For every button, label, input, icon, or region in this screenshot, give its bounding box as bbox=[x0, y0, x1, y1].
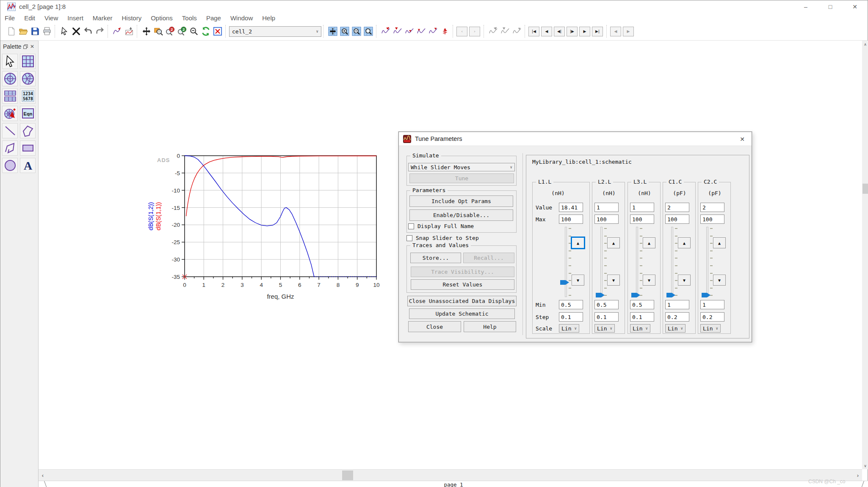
export-plot-button[interactable] bbox=[123, 25, 135, 37]
menu-file[interactable]: File bbox=[5, 14, 15, 22]
redo-button[interactable] bbox=[94, 25, 106, 37]
palette-item-circle[interactable] bbox=[2, 158, 18, 173]
dialog-close-icon[interactable]: ✕ bbox=[733, 132, 752, 146]
slider-track[interactable] bbox=[565, 227, 567, 297]
refresh-button[interactable] bbox=[200, 25, 212, 37]
simulate-mode-select[interactable]: While Slider Moves∨ bbox=[408, 163, 515, 171]
zoom-in-2x-button[interactable]: 2 bbox=[164, 25, 176, 37]
slider-down-button[interactable]: ▼ bbox=[713, 275, 726, 286]
tuner-max-input[interactable] bbox=[594, 215, 619, 224]
palette-item-select-arrow[interactable] bbox=[2, 54, 18, 69]
close-button[interactable]: ✕ bbox=[845, 0, 865, 13]
zoom-in-grid-button[interactable] bbox=[339, 25, 351, 37]
palette-item-equation[interactable]: Eqn bbox=[20, 106, 36, 121]
select-cursor-button[interactable] bbox=[58, 25, 70, 37]
tuner-value-input[interactable] bbox=[594, 203, 619, 212]
insert-trace-button[interactable] bbox=[111, 25, 123, 37]
menu-insert[interactable]: Insert bbox=[67, 14, 83, 22]
vcr-▶-button[interactable]: ▶ bbox=[623, 27, 634, 36]
tuner-max-input[interactable] bbox=[700, 215, 724, 224]
marker-dip-button[interactable] bbox=[404, 25, 415, 37]
tuner-scale-select[interactable]: Lin∨ bbox=[665, 324, 686, 333]
slider-down-button[interactable]: ▼ bbox=[572, 275, 584, 286]
open-folder-button[interactable] bbox=[17, 25, 29, 37]
palette-item-polar-plot[interactable] bbox=[2, 71, 18, 86]
scroll-left-icon[interactable]: ‹ bbox=[39, 470, 47, 481]
slider-up-button[interactable]: ▲ bbox=[713, 237, 726, 248]
delete-x-button[interactable] bbox=[70, 25, 82, 37]
tuner-min-input[interactable] bbox=[665, 300, 689, 309]
maximize-button[interactable]: □ bbox=[821, 0, 840, 13]
tuner-step-input[interactable] bbox=[559, 312, 583, 322]
tuner-scale-select[interactable]: Lin∨ bbox=[630, 324, 650, 333]
update-schematic-button[interactable]: Update Schematic bbox=[409, 308, 515, 319]
slider-handle[interactable] bbox=[596, 293, 605, 297]
fit-window-grid-button[interactable] bbox=[327, 25, 339, 37]
new-document-button[interactable] bbox=[6, 25, 17, 37]
marker-search-button[interactable] bbox=[415, 25, 427, 37]
zoom-select-grid-button[interactable] bbox=[362, 25, 374, 37]
include-opt-params-button[interactable]: Include Opt Params bbox=[409, 195, 513, 207]
vcr-◀-button[interactable]: ◀ bbox=[541, 27, 552, 36]
slider-track[interactable] bbox=[706, 227, 708, 297]
pan-button[interactable] bbox=[141, 25, 152, 37]
menu-edit[interactable]: Edit bbox=[24, 14, 35, 22]
vcr-▶|-button[interactable]: ▶| bbox=[592, 27, 603, 36]
menu-history[interactable]: History bbox=[122, 14, 141, 22]
marker-new-button[interactable] bbox=[380, 25, 392, 37]
vcr-◀|-button[interactable]: ◀| bbox=[554, 27, 565, 36]
tuner-step-input[interactable] bbox=[665, 312, 689, 322]
palette-item-line[interactable] bbox=[2, 123, 18, 138]
horizontal-scroll-thumb[interactable] bbox=[342, 470, 353, 480]
scroll-down-icon[interactable]: ∨ bbox=[862, 462, 868, 469]
reset-values-button[interactable]: Reset Values bbox=[411, 279, 514, 290]
slider-down-button[interactable]: ▼ bbox=[607, 275, 620, 286]
tuner-min-input[interactable] bbox=[700, 300, 724, 309]
tuner-max-input[interactable] bbox=[665, 215, 689, 224]
marker-gray-2-button[interactable] bbox=[499, 25, 511, 37]
slider-up-button[interactable]: ▲ bbox=[643, 237, 655, 248]
tuner-step-input[interactable] bbox=[630, 312, 654, 322]
palette-item-polygon[interactable] bbox=[20, 123, 36, 138]
tuner-scale-select[interactable]: Lin∨ bbox=[594, 324, 615, 333]
palette-item-list-numbers[interactable]: 12345678 bbox=[20, 88, 36, 104]
tuner-min-input[interactable] bbox=[630, 300, 654, 309]
marker-gray-3-button[interactable] bbox=[511, 25, 523, 37]
zoom-out-grid-button[interactable] bbox=[351, 25, 362, 37]
dialog-help-button[interactable]: Help bbox=[464, 321, 516, 332]
save-button[interactable] bbox=[29, 25, 41, 37]
menu-window[interactable]: Window bbox=[230, 14, 253, 22]
palette-item-rectangular-plot[interactable] bbox=[20, 54, 36, 69]
slider-handle[interactable] bbox=[666, 293, 675, 297]
tuner-max-input[interactable] bbox=[630, 215, 654, 224]
slider-handle[interactable] bbox=[702, 293, 710, 297]
tuner-scale-select[interactable]: Lin∨ bbox=[700, 324, 721, 333]
print-button[interactable] bbox=[41, 25, 53, 37]
slider-up-button[interactable]: ▲ bbox=[678, 237, 691, 248]
slider-up-button[interactable]: ▲ bbox=[607, 237, 620, 248]
store-button[interactable]: Store... bbox=[410, 253, 461, 263]
menu-view[interactable]: View bbox=[44, 14, 58, 22]
scroll-right-icon[interactable]: › bbox=[854, 470, 862, 481]
undo-button[interactable] bbox=[82, 25, 94, 37]
menu-page[interactable]: Page bbox=[206, 14, 221, 22]
close-window-red-button[interactable] bbox=[212, 25, 224, 37]
menu-help[interactable]: Help bbox=[262, 14, 275, 22]
dataset-select[interactable]: cell_2∨ bbox=[229, 26, 321, 37]
slider-down-button[interactable]: ▼ bbox=[678, 275, 691, 286]
slider-track[interactable] bbox=[600, 227, 603, 297]
close-unassociated-button[interactable]: Close Unassociated Data Displays bbox=[407, 296, 517, 306]
slider-handle[interactable] bbox=[560, 280, 569, 285]
tuner-value-input[interactable] bbox=[630, 203, 654, 212]
zoom-reset-button[interactable] bbox=[188, 25, 200, 37]
horizontal-scrollbar[interactable]: ‹ › bbox=[39, 469, 862, 481]
enable-disable-button[interactable]: Enable/Disable... bbox=[409, 209, 513, 221]
palette-float-icon[interactable] bbox=[22, 43, 29, 50]
dialog-close-button[interactable]: Close bbox=[408, 321, 461, 332]
marker-delta-button[interactable] bbox=[439, 25, 451, 37]
zoom-out-2x-button[interactable]: 2 bbox=[176, 25, 188, 37]
tuner-scale-select[interactable]: Lin∨ bbox=[559, 324, 579, 333]
minimize-button[interactable]: – bbox=[796, 0, 815, 13]
menu-marker[interactable]: Marker bbox=[93, 14, 113, 22]
tuner-step-input[interactable] bbox=[594, 312, 619, 322]
